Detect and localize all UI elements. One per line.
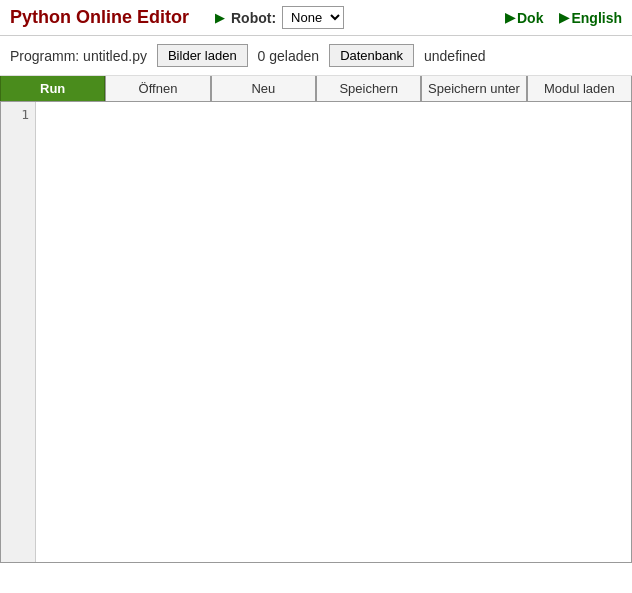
program-bar: Programm: untitled.py Bilder laden 0 gel… [0,36,632,76]
code-editor[interactable] [36,102,631,562]
dok-play-icon: ▶ [505,10,515,25]
robot-section: ▶ Robot: None Sim Real [215,6,344,29]
bilder-laden-button[interactable]: Bilder laden [157,44,248,67]
oeffnen-button[interactable]: Öffnen [105,76,210,101]
modul-laden-button[interactable]: Modul laden [527,76,632,101]
app-title: Python Online Editor [10,7,189,28]
english-link-label: English [571,10,622,26]
robot-select[interactable]: None Sim Real [282,6,344,29]
neu-button[interactable]: Neu [211,76,316,101]
datenbank-button[interactable]: Datenbank [329,44,414,67]
nav-links: ▶ Dok ▶ English [505,10,622,26]
dok-link-label: Dok [517,10,543,26]
toolbar: Run Öffnen Neu Speichern Speichern unter… [0,76,632,102]
line-numbers: 1 [1,102,36,562]
program-label: Programm: untitled.py [10,48,147,64]
line-number-1: 1 [1,106,35,124]
run-button[interactable]: Run [0,76,105,101]
dok-link[interactable]: ▶ Dok [505,10,543,26]
geladen-count: 0 geladen [258,48,320,64]
speichern-button[interactable]: Speichern [316,76,421,101]
english-link[interactable]: ▶ English [559,10,622,26]
english-play-icon: ▶ [559,10,569,25]
robot-label: Robot: [231,10,276,26]
undefined-text: undefined [424,48,486,64]
robot-play-icon: ▶ [215,10,225,25]
speichern-unter-button[interactable]: Speichern unter [421,76,526,101]
app-header: Python Online Editor ▶ Robot: None Sim R… [0,0,632,36]
editor-container: 1 [0,102,632,563]
